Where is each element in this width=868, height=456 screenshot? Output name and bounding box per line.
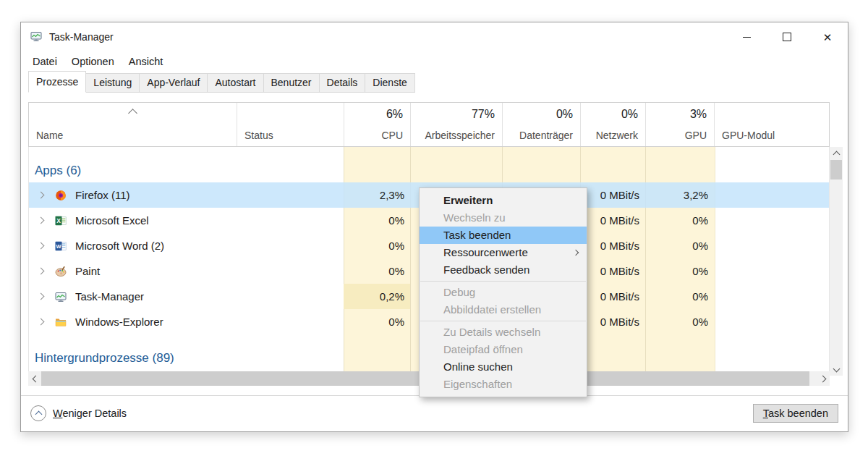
column-percent-cpu: 6% (386, 108, 403, 121)
tab-leistung[interactable]: Leistung (85, 73, 140, 93)
minimize-button[interactable] (726, 22, 767, 51)
context-menu-item-task-beenden[interactable]: Task beenden (420, 227, 587, 244)
task-manager-window: Task-Manager ✕ DateiOptionenAnsicht Proz… (20, 22, 848, 432)
menubar: DateiOptionenAnsicht (21, 51, 848, 71)
group-label: Apps (6) (35, 164, 81, 178)
cell-net: 0 MBit/s (580, 309, 645, 334)
column-percent-mem: 77% (472, 108, 495, 121)
cell-cpu: 0% (344, 208, 410, 233)
expand-chevron-icon[interactable] (38, 293, 45, 300)
tab-autostart[interactable]: Autostart (207, 73, 263, 93)
column-header-cpu[interactable]: 6%CPU (344, 103, 410, 146)
tabstrip: ProzesseLeistungApp-VerlaufAutostartBenu… (28, 71, 841, 93)
process-name: Windows-Explorer (75, 309, 163, 334)
tab-app-verlauf[interactable]: App-Verlauf (139, 73, 208, 93)
paint-icon (55, 266, 67, 277)
minimize-icon (743, 37, 751, 38)
menu-datei[interactable]: Datei (25, 53, 64, 70)
svg-text:X: X (56, 217, 61, 224)
context-menu-item-ressourcenwerte[interactable]: Ressourcenwerte (420, 244, 587, 261)
process-name: Firefox (11) (75, 182, 130, 208)
cell-gpu: 0% (645, 208, 714, 233)
cell-net: 0 MBit/s (580, 233, 645, 258)
column-label-status: Status (244, 130, 273, 141)
scroll-up-arrow[interactable] (830, 147, 843, 159)
scroll-down-arrow[interactable] (830, 363, 843, 376)
process-name-cell: Paint (29, 258, 237, 284)
maximize-icon (783, 33, 791, 41)
cell-net: 0 MBit/s (580, 284, 645, 309)
svg-text:W: W (56, 243, 61, 250)
column-header-status[interactable]: Status (237, 103, 344, 146)
cell-gpu: 0% (645, 309, 714, 334)
context-menu-item-erweitern[interactable]: Erweitern (420, 192, 587, 209)
word-icon: W (55, 240, 67, 252)
expand-chevron-icon[interactable] (38, 318, 45, 326)
context-menu-item-debug: Debug (420, 284, 587, 301)
fewer-details-label: Weniger Details (53, 408, 127, 419)
footer-bar: Weniger Details Task beenden (21, 395, 848, 431)
scroll-left-arrow[interactable] (28, 371, 41, 386)
context-menu-item-zu-details-wechseln: Zu Details wechseln (420, 324, 587, 341)
column-header-mem[interactable]: 77%Arbeitsspeicher (410, 103, 502, 146)
cell-cpu: 0% (344, 309, 410, 334)
window-controls: ✕ (726, 22, 848, 51)
end-task-button[interactable]: Task beenden (753, 404, 838, 423)
firefox-icon (55, 190, 67, 201)
cell-net: 0 MBit/s (580, 182, 645, 208)
column-header-gpumod[interactable]: GPU-Modul (714, 103, 830, 146)
fewer-details-toggle[interactable]: Weniger Details (30, 405, 127, 421)
cell-gpumod (714, 258, 830, 284)
column-percent-net: 0% (621, 108, 638, 121)
cell-cpu: 0% (344, 258, 410, 284)
process-name-cell: XMicrosoft Excel (29, 208, 237, 233)
menu-optionen[interactable]: Optionen (64, 53, 122, 70)
expand-chevron-icon[interactable] (38, 217, 45, 224)
cell-status (237, 258, 344, 284)
process-name: Microsoft Excel (75, 208, 149, 233)
cell-gpu: 0% (645, 284, 714, 309)
context-menu-item-abbilddatei-erstellen: Abbilddatei erstellen (420, 301, 587, 318)
table-header: NameStatus6%CPU77%Arbeitsspeicher0%Daten… (28, 102, 830, 147)
group-label: Hintergrundprozesse (89) (35, 351, 174, 366)
maximize-button[interactable] (767, 22, 807, 51)
column-label-net: Netzwerk (596, 130, 638, 141)
cell-cpu: 0,2% (344, 284, 410, 309)
chevron-up-icon (35, 411, 42, 418)
context-menu-item-feedback-senden[interactable]: Feedback senden (420, 261, 587, 279)
expand-chevron-icon[interactable] (38, 242, 45, 250)
column-header-gpu[interactable]: 3%GPU (645, 103, 714, 146)
context-menu-item-eigenschaften: Eigenschaften (420, 376, 587, 393)
process-name: Task-Manager (75, 284, 144, 309)
scroll-right-arrow[interactable] (817, 371, 830, 386)
taskmanager-icon (55, 291, 67, 303)
close-button[interactable]: ✕ (807, 22, 848, 51)
tab-benutzer[interactable]: Benutzer (263, 73, 320, 93)
column-header-disk[interactable]: 0%Datenträger (502, 103, 580, 146)
cell-cpu: 2,3% (344, 182, 410, 208)
tab-dienste[interactable]: Dienste (365, 73, 414, 93)
expand-chevron-icon[interactable] (38, 268, 45, 275)
tab-details[interactable]: Details (319, 73, 366, 93)
cell-gpu: 0% (645, 258, 714, 284)
titlebar: Task-Manager ✕ (21, 22, 848, 51)
column-header-name[interactable]: Name (29, 103, 237, 146)
tab-prozesse[interactable]: Prozesse (28, 71, 86, 93)
submenu-arrow-icon (573, 250, 579, 256)
context-menu-item-online-suchen[interactable]: Online suchen (420, 358, 587, 376)
process-name-cell: Task-Manager (29, 284, 237, 309)
chevron-down-icon (833, 365, 840, 372)
cell-cpu: 0% (344, 233, 410, 258)
context-menu-item-dateipfad-ffnen: Dateipfad öffnen (420, 341, 587, 358)
menu-ansicht[interactable]: Ansicht (122, 53, 171, 70)
vertical-scrollbar-thumb[interactable] (830, 160, 842, 180)
cell-status (237, 309, 344, 334)
expand-chevron-icon[interactable] (38, 192, 45, 199)
vertical-scrollbar[interactable] (830, 147, 843, 376)
column-header-net[interactable]: 0%Netzwerk (580, 103, 645, 146)
group-header-apps[interactable]: Apps (6) (29, 147, 829, 182)
chevron-right-icon (819, 375, 826, 382)
column-label-mem: Arbeitsspeicher (425, 130, 495, 141)
cell-gpumod (714, 233, 830, 258)
process-name: Microsoft Word (2) (75, 233, 164, 258)
